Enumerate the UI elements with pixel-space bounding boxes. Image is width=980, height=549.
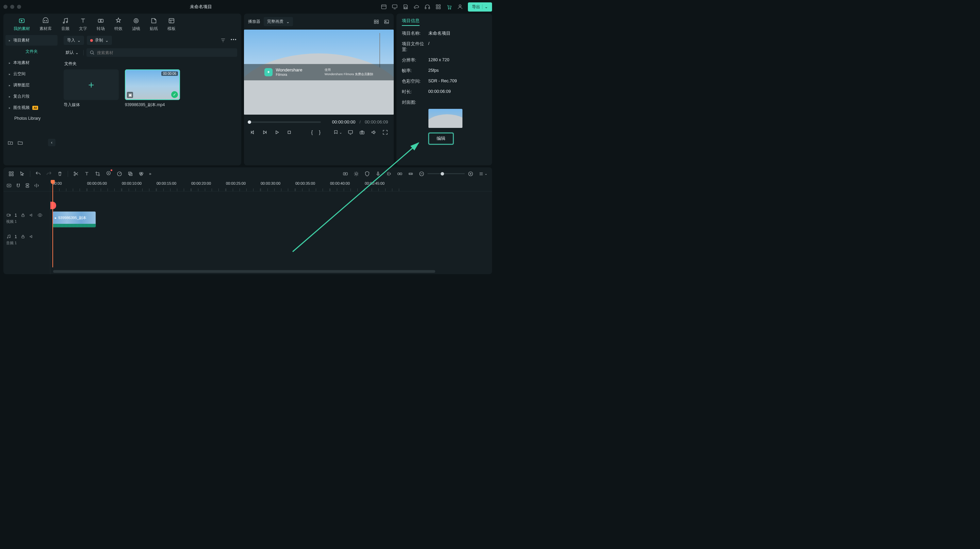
display-icon[interactable] xyxy=(347,129,353,135)
delete-icon[interactable] xyxy=(57,171,63,177)
sidebar-item-image2video[interactable]: ▸图生视频AI xyxy=(5,102,57,113)
tab-my-media[interactable]: 我的素材 xyxy=(14,17,30,32)
import-media-card[interactable]: ＋ 导入媒体 xyxy=(64,70,119,108)
scrub-handle[interactable] xyxy=(248,121,251,124)
play-icon[interactable] xyxy=(274,129,280,135)
link-icon[interactable] xyxy=(397,171,403,177)
eye-icon[interactable] xyxy=(37,213,43,218)
video-track-lane[interactable]: ▸939986395_副本 xyxy=(50,206,492,230)
chevron-down-icon[interactable]: ⌄ xyxy=(482,5,488,9)
preview-video[interactable]: ✦ WondershareFilmora 使用Wondershare Filmo… xyxy=(244,30,394,115)
tab-template[interactable]: 模板 xyxy=(167,17,176,32)
zoom-handle[interactable] xyxy=(441,172,444,176)
tab-text[interactable]: 文字 xyxy=(79,17,87,32)
snapshot-icon[interactable] xyxy=(359,129,365,135)
tool-select-icon[interactable] xyxy=(8,171,14,177)
search-box[interactable] xyxy=(86,48,237,57)
info-tab[interactable]: 项目信息 xyxy=(396,14,492,28)
play-step-icon[interactable] xyxy=(262,129,268,135)
window-controls[interactable] xyxy=(3,5,21,9)
sun-icon[interactable] xyxy=(353,171,360,177)
prev-frame-icon[interactable] xyxy=(250,129,256,135)
save-icon[interactable] xyxy=(402,4,409,10)
grid-icon[interactable] xyxy=(435,4,441,10)
tab-sticker[interactable]: 贴纸 xyxy=(150,17,158,32)
lock-icon[interactable] xyxy=(21,213,25,218)
color-icon[interactable] xyxy=(138,171,144,177)
export-button[interactable]: 导出 ⌄ xyxy=(468,2,492,11)
filter-icon[interactable] xyxy=(220,37,226,43)
horizontal-scrollbar[interactable] xyxy=(53,270,487,273)
scissors-icon[interactable] xyxy=(73,171,79,177)
record-button[interactable]: 录制⌄ xyxy=(87,36,112,45)
sort-select[interactable]: 默认⌄ xyxy=(64,48,81,57)
tab-audio[interactable]: 音频 xyxy=(61,17,69,32)
audio-track-lane[interactable] xyxy=(50,230,492,249)
sidebar-item-adjust[interactable]: ▸调整图层 xyxy=(5,80,57,90)
monitor-icon[interactable] xyxy=(392,4,398,10)
redo-icon[interactable] xyxy=(46,171,52,177)
stop-icon[interactable] xyxy=(286,129,292,135)
audio-track-header[interactable]: 1 音频 1 xyxy=(3,230,50,249)
import-button[interactable]: 导入⌄ xyxy=(64,36,84,45)
shield-icon[interactable] xyxy=(364,171,370,177)
edit-button[interactable]: 编辑 xyxy=(428,133,453,144)
search-input[interactable] xyxy=(97,50,234,55)
timeline-ruler[interactable]: 00:00 00:00:05:00 00:00:10:00 00:00:15:0… xyxy=(50,180,492,192)
sidebar-item-local[interactable]: ▸本地素材 xyxy=(5,57,57,68)
scrub-track[interactable] xyxy=(250,121,321,123)
view-mode-button[interactable]: ⌄ xyxy=(479,171,487,176)
tab-stock[interactable]: 素材库 xyxy=(40,17,52,32)
sidebar-item-photos[interactable]: Photos Library xyxy=(5,114,57,123)
mic-icon[interactable] xyxy=(375,171,381,177)
pointer-icon[interactable] xyxy=(19,171,25,177)
cloud-icon[interactable] xyxy=(414,4,420,10)
new-folder-icon[interactable] xyxy=(8,140,13,146)
collapse-sidebar-button[interactable]: ‹ xyxy=(48,139,56,146)
media-clip[interactable]: 00:00:06 ▣ ✓ 939986395_副本.mp4 xyxy=(125,70,180,108)
folder-icon[interactable] xyxy=(18,140,23,146)
ai-tool-icon[interactable] xyxy=(105,170,111,177)
headset-icon[interactable] xyxy=(424,4,430,10)
playhead[interactable] xyxy=(52,180,53,267)
copy-tool-icon[interactable] xyxy=(127,171,134,177)
crop-icon[interactable] xyxy=(95,171,101,177)
quality-select[interactable]: 完整画质⌄ xyxy=(264,17,293,26)
speed-icon[interactable] xyxy=(116,171,123,177)
volume-icon[interactable] xyxy=(371,129,377,135)
text-tool-icon[interactable] xyxy=(84,171,90,177)
mute-icon[interactable] xyxy=(29,234,34,239)
fullscreen-icon[interactable] xyxy=(382,129,388,135)
more-icon[interactable]: ••• xyxy=(231,37,237,43)
zoom-slider[interactable] xyxy=(427,173,465,174)
mark-in-button[interactable]: { xyxy=(311,130,313,135)
video-track-header[interactable]: 1 视频 1 xyxy=(3,206,50,230)
tab-transition[interactable]: 转场 xyxy=(97,17,105,32)
zoom-out-icon[interactable] xyxy=(418,171,425,177)
cut-marks-icon[interactable] xyxy=(34,182,40,189)
marker-flat-icon[interactable] xyxy=(408,171,414,177)
sidebar-item-compound[interactable]: ▸复合片段 xyxy=(5,91,57,102)
layout-grid-icon[interactable] xyxy=(373,19,379,25)
render-icon[interactable] xyxy=(342,171,348,177)
marker-menu[interactable]: ⌄ xyxy=(333,130,342,135)
cart-icon[interactable] xyxy=(446,4,452,10)
tab-filter[interactable]: 滤镜 xyxy=(132,17,140,32)
image-icon[interactable] xyxy=(383,19,390,25)
tab-effect[interactable]: 特效 xyxy=(115,17,123,32)
mark-out-button[interactable]: } xyxy=(319,130,321,135)
link-vert-icon[interactable] xyxy=(24,182,30,189)
timeline-clip[interactable]: ▸939986395_副本 xyxy=(52,211,96,228)
mute-icon[interactable] xyxy=(29,213,34,218)
sidebar-item-project-media[interactable]: ▸项目素材 xyxy=(5,35,57,46)
sidebar-item-cloud[interactable]: ▸云空间 xyxy=(5,69,57,79)
zoom-in-icon[interactable] xyxy=(468,171,474,177)
audio-mix-icon[interactable] xyxy=(386,171,392,177)
timeline-tracks[interactable]: 00:00 00:00:05:00 00:00:10:00 00:00:15:0… xyxy=(50,180,492,274)
panel-icon[interactable] xyxy=(381,4,387,10)
track-add-icon[interactable] xyxy=(6,182,12,189)
undo-icon[interactable] xyxy=(35,171,41,177)
sidebar-item-folder[interactable]: 文件夹 xyxy=(5,46,57,57)
magnet-icon[interactable] xyxy=(15,182,21,189)
user-icon[interactable] xyxy=(457,4,463,10)
